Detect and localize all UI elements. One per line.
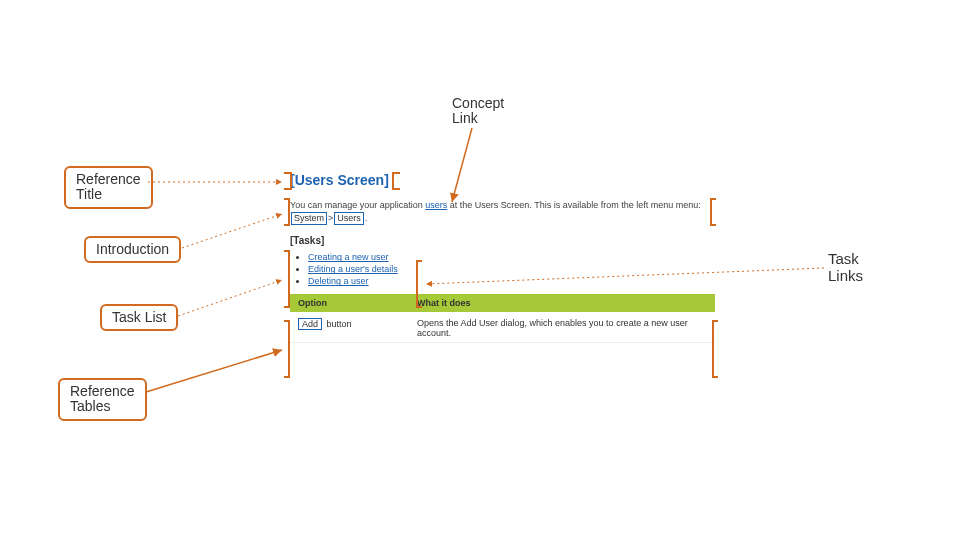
svg-line-4 <box>146 350 282 392</box>
task-link-delete[interactable]: Deleting a user <box>308 276 369 286</box>
task-list-item: Editing a user's details <box>308 264 715 274</box>
th-what: What it does <box>409 294 715 313</box>
task-links-text: Task Links <box>828 250 863 284</box>
concept-link-text: Concept Link <box>452 95 504 126</box>
tasks-heading: [Tasks] <box>290 235 715 246</box>
introduction-paragraph: You can manage your application users at… <box>290 200 715 225</box>
table-row: Add button Opens the Add User dialog, wh… <box>290 313 715 343</box>
th-option: Option <box>290 294 409 313</box>
intro-pre: You can manage your application <box>290 200 425 210</box>
td-option: Add button <box>290 313 409 343</box>
reference-title-label: Reference Title <box>64 166 153 209</box>
task-link-create[interactable]: Creating a new user <box>308 252 389 262</box>
task-list-text: Task List <box>112 309 166 325</box>
intro-post: at the Users Screen. This is available f… <box>447 200 700 210</box>
bracket-title-r <box>392 172 400 190</box>
task-list: Creating a new user Editing a user's det… <box>308 252 715 286</box>
users-concept-link[interactable]: users <box>425 200 447 210</box>
concept-link-label: Concept Link <box>442 92 514 131</box>
tasks-heading-text: Tasks <box>293 235 321 246</box>
introduction-label: Introduction <box>84 236 181 263</box>
page-title-text: Users Screen <box>295 172 385 188</box>
bracket-table-l <box>284 320 290 378</box>
task-links-label: Task Links <box>828 250 863 284</box>
introduction-text: Introduction <box>96 241 169 257</box>
add-button-chip[interactable]: Add <box>298 318 322 330</box>
bracket-intro-r <box>710 198 716 226</box>
svg-line-2 <box>182 214 282 248</box>
task-list-item: Deleting a user <box>308 276 715 286</box>
document-panel: [Users Screen] You can manage your appli… <box>290 172 715 343</box>
breadcrumb-system[interactable]: System <box>291 212 327 226</box>
task-list-item: Creating a new user <box>308 252 715 262</box>
bracket-title <box>284 172 292 190</box>
svg-line-3 <box>178 280 282 316</box>
breadcrumb-users[interactable]: Users <box>334 212 364 226</box>
task-list-label: Task List <box>100 304 178 331</box>
bracket-tasks-r <box>416 260 422 308</box>
bracket-table-r <box>712 320 718 378</box>
reference-title-text: Reference Title <box>76 171 141 202</box>
reference-tables-label: Reference Tables <box>58 378 147 421</box>
page-title: [Users Screen] <box>290 172 715 188</box>
reference-table: Option What it does Add button Opens the… <box>290 294 715 343</box>
table-header-row: Option What it does <box>290 294 715 313</box>
bracket-tasks-l <box>284 250 290 308</box>
reference-tables-text: Reference Tables <box>70 383 135 414</box>
bracket-intro-l <box>284 198 290 226</box>
task-link-edit[interactable]: Editing a user's details <box>308 264 398 274</box>
td-option-suffix: button <box>324 319 352 329</box>
td-what: Opens the Add User dialog, which enables… <box>409 313 715 343</box>
